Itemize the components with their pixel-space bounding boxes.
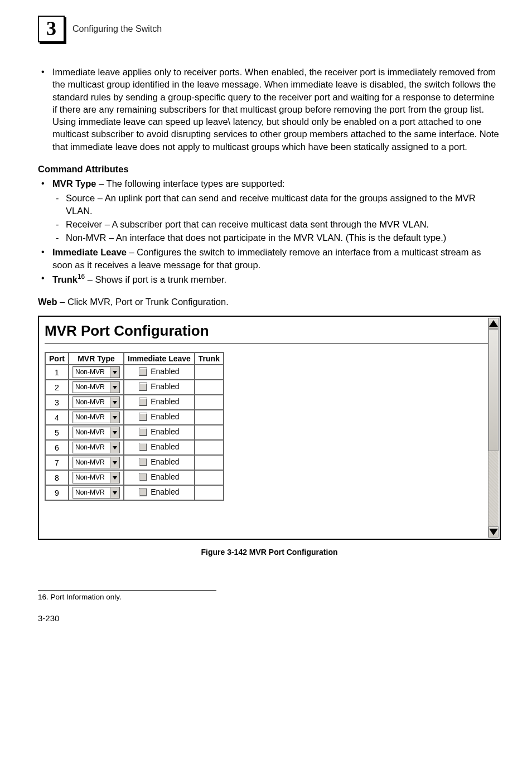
cell-immediate-leave: Enabled xyxy=(124,455,195,470)
chapter-badge: 3 xyxy=(38,16,65,42)
caret-down-icon xyxy=(113,461,117,465)
enabled-checkbox[interactable]: Enabled xyxy=(139,442,179,451)
col-trunk: Trunk xyxy=(195,352,224,365)
svg-marker-8 xyxy=(113,491,117,495)
cell-mvrtype: Non-MVR xyxy=(69,365,124,380)
mvrtype-select[interactable]: Non-MVR xyxy=(72,487,120,499)
mvr-screenshot: MVR Port Configuration Port MVR Type Imm… xyxy=(38,316,501,540)
mvrtype-select[interactable]: Non-MVR xyxy=(72,366,120,378)
enabled-checkbox[interactable]: Enabled xyxy=(139,487,179,496)
mvr-config-title: MVR Port Configuration xyxy=(45,322,494,340)
cell-mvrtype: Non-MVR xyxy=(69,455,124,470)
col-port: Port xyxy=(45,352,69,365)
attr-mvr-type-label: MVR Type xyxy=(52,178,96,188)
command-attributes-heading: Command Attributes xyxy=(38,163,501,175)
mvrtype-select[interactable]: Non-MVR xyxy=(72,396,120,408)
mvr-type-receiver: Receiver – A subscriber port that can re… xyxy=(52,218,501,230)
scrollbar[interactable] xyxy=(488,318,499,538)
dropdown-button[interactable] xyxy=(110,397,119,408)
mvr-type-source: Source – An uplink port that can send an… xyxy=(52,192,501,217)
cell-trunk xyxy=(195,485,224,500)
figure-caption: Figure 3-142 MVR Port Configuration xyxy=(38,548,501,557)
mvrtype-value: Non-MVR xyxy=(73,457,110,468)
checkbox-box[interactable] xyxy=(139,473,147,481)
enabled-label: Enabled xyxy=(151,457,179,466)
mvrtype-select[interactable]: Non-MVR xyxy=(72,427,120,438)
cell-port: 4 xyxy=(45,410,69,425)
enabled-checkbox[interactable]: Enabled xyxy=(139,457,179,466)
dropdown-button[interactable] xyxy=(110,487,119,498)
dropdown-button[interactable] xyxy=(110,427,119,438)
table-row: 4Non-MVREnabled xyxy=(45,410,224,425)
table-row: 3Non-MVREnabled xyxy=(45,395,224,410)
enabled-checkbox[interactable]: Enabled xyxy=(139,427,179,436)
dropdown-button[interactable] xyxy=(110,382,119,393)
mvr-port-table: Port MVR Type Immediate Leave Trunk 1Non… xyxy=(45,352,224,501)
mvrtype-select[interactable]: Non-MVR xyxy=(72,472,120,483)
attr-trunk-footref: 16 xyxy=(78,273,85,280)
attr-trunk-desc: – Shows if port is a trunk member. xyxy=(85,274,226,284)
scroll-up-button[interactable] xyxy=(489,318,499,329)
mvrtype-select[interactable]: Non-MVR xyxy=(72,412,120,423)
cell-mvrtype: Non-MVR xyxy=(69,440,124,455)
dropdown-button[interactable] xyxy=(110,457,119,468)
cell-trunk xyxy=(195,470,224,485)
enabled-checkbox[interactable]: Enabled xyxy=(139,367,179,376)
svg-marker-1 xyxy=(113,386,117,389)
dropdown-button[interactable] xyxy=(110,472,119,483)
scroll-track[interactable] xyxy=(489,329,499,526)
page-number: 3-230 xyxy=(38,613,501,623)
svg-marker-9 xyxy=(489,320,498,327)
svg-marker-7 xyxy=(113,476,117,480)
cell-mvrtype: Non-MVR xyxy=(69,395,124,410)
table-row: 5Non-MVREnabled xyxy=(45,425,224,440)
checkbox-box[interactable] xyxy=(139,413,147,421)
svg-marker-2 xyxy=(113,401,117,404)
enabled-label: Enabled xyxy=(151,412,179,421)
mvrtype-select[interactable]: Non-MVR xyxy=(72,442,120,453)
mvr-type-nonmvr: Non-MVR – An interface that does not par… xyxy=(52,231,501,244)
cell-trunk xyxy=(195,395,224,410)
enabled-label: Enabled xyxy=(151,427,179,436)
enabled-checkbox[interactable]: Enabled xyxy=(139,382,179,391)
dropdown-button[interactable] xyxy=(110,367,119,378)
mvrtype-value: Non-MVR xyxy=(73,382,110,393)
mvrtype-value: Non-MVR xyxy=(73,472,110,483)
checkbox-box[interactable] xyxy=(139,488,147,496)
cell-immediate-leave: Enabled xyxy=(124,365,195,380)
intro-bullet: Immediate leave applies only to receiver… xyxy=(38,66,501,153)
attr-immediate-leave: Immediate Leave – Configures the switch … xyxy=(38,246,501,271)
cell-immediate-leave: Enabled xyxy=(124,380,195,395)
caret-down-icon xyxy=(113,491,117,495)
mvrtype-value: Non-MVR xyxy=(73,412,110,423)
checkbox-box[interactable] xyxy=(139,443,147,451)
svg-marker-3 xyxy=(113,416,117,419)
caret-down-icon xyxy=(113,371,117,374)
enabled-label: Enabled xyxy=(151,382,179,391)
cell-port: 1 xyxy=(45,365,69,380)
mvrtype-select[interactable]: Non-MVR xyxy=(72,381,120,393)
checkbox-box[interactable] xyxy=(139,428,147,436)
mvrtype-select[interactable]: Non-MVR xyxy=(72,457,120,468)
table-row: 9Non-MVREnabled xyxy=(45,485,224,500)
cell-port: 5 xyxy=(45,425,69,440)
cell-immediate-leave: Enabled xyxy=(124,410,195,425)
scroll-thumb[interactable] xyxy=(489,329,499,451)
checkbox-box[interactable] xyxy=(139,458,147,466)
scroll-down-button[interactable] xyxy=(489,526,499,538)
enabled-checkbox[interactable]: Enabled xyxy=(139,472,179,481)
cell-mvrtype: Non-MVR xyxy=(69,410,124,425)
checkbox-box[interactable] xyxy=(139,367,147,376)
cell-port: 3 xyxy=(45,395,69,410)
svg-marker-6 xyxy=(113,461,117,465)
footnote-rule xyxy=(38,590,216,591)
checkbox-box[interactable] xyxy=(139,383,147,391)
chapter-number: 3 xyxy=(46,18,56,38)
dropdown-button[interactable] xyxy=(110,442,119,453)
dropdown-button[interactable] xyxy=(110,412,119,423)
enabled-checkbox[interactable]: Enabled xyxy=(139,397,179,406)
checkbox-box[interactable] xyxy=(139,398,147,406)
cell-trunk xyxy=(195,455,224,470)
enabled-checkbox[interactable]: Enabled xyxy=(139,412,179,421)
cell-trunk xyxy=(195,440,224,455)
